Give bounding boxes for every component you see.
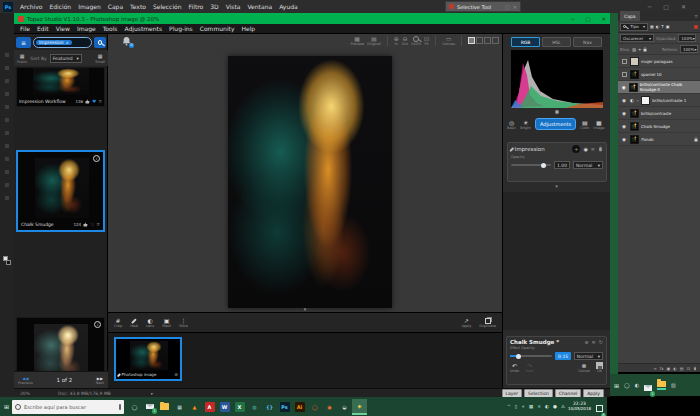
- apply-button[interactable]: ↗Apply: [461, 317, 471, 328]
- lock-transparency-icon[interactable]: ▨: [632, 47, 636, 52]
- tray-icon[interactable]: ◐: [545, 404, 549, 409]
- delete-layer-icon[interactable]: [693, 366, 697, 371]
- filter-adjustment-icon[interactable]: ◐: [656, 24, 660, 29]
- new-adjustment-icon[interactable]: ◐: [673, 366, 677, 371]
- menu-community[interactable]: Community: [200, 25, 235, 32]
- tray-icon[interactable]: ▦: [529, 404, 533, 409]
- tab-capa[interactable]: Capa: [620, 11, 640, 21]
- taskbar-app-cortana[interactable]: ◯: [127, 399, 142, 415]
- more-tools-button[interactable]: ⋮More: [179, 317, 188, 328]
- menu-archivo[interactable]: Archivo: [20, 3, 42, 10]
- menu-seleccion[interactable]: Selección: [153, 3, 182, 10]
- add-button[interactable]: +: [572, 145, 580, 153]
- close-icon[interactable]: ✕: [601, 16, 606, 22]
- lock-all-icon[interactable]: [643, 47, 647, 52]
- lens-tool-button[interactable]: ◐Lens: [146, 317, 154, 328]
- zoom-100-button[interactable]: 100%: [411, 36, 421, 46]
- tray-icon[interactable]: ●: [553, 404, 557, 409]
- ok-button[interactable]: OK: [596, 362, 603, 373]
- menu-help[interactable]: Help: [241, 25, 255, 32]
- filter-shape-icon[interactable]: ▣: [666, 24, 670, 29]
- tool-icon[interactable]: [5, 53, 9, 203]
- new-layer-icon[interactable]: ⊡: [687, 366, 690, 371]
- preset-menu-icon[interactable]: ≡: [98, 99, 102, 104]
- undo-button[interactable]: ↶Undo: [510, 362, 519, 373]
- effect-opacity-slider[interactable]: [510, 355, 552, 357]
- selective-tool-panel[interactable]: Selective Tool ▢ ✕: [445, 1, 521, 12]
- expand-chevron[interactable]: ▾: [555, 183, 558, 189]
- background-color-swatch[interactable]: [6, 260, 11, 265]
- tray-icon[interactable]: +: [521, 404, 525, 409]
- histogram-slider-handle[interactable]: [555, 110, 559, 114]
- restore-icon[interactable]: ▢: [663, 3, 669, 10]
- filter-text-icon[interactable]: T: [661, 24, 663, 29]
- taskbar-app-mail[interactable]: 1: [142, 399, 157, 415]
- gear-icon[interactable]: ⊛: [584, 339, 588, 345]
- quad-view-button[interactable]: [492, 37, 499, 44]
- layer-row[interactable]: ◉ brillo/contraste: [618, 107, 700, 120]
- taskbar-app-illustrator[interactable]: Ai: [292, 399, 307, 415]
- menu-3d[interactable]: 3D: [210, 3, 218, 10]
- layer-row-selected[interactable]: ◉ brillo/contraste Chalk Smudge II: [618, 81, 700, 94]
- menu-tools[interactable]: Tools: [103, 25, 118, 32]
- redo-button[interactable]: ↷Redo: [525, 362, 534, 373]
- bright-button[interactable]: ☀Bright: [520, 119, 531, 130]
- image-button[interactable]: ▦Image: [593, 119, 604, 130]
- search-button[interactable]: [94, 37, 106, 48]
- tray-icon[interactable]: ⚠: [561, 404, 565, 409]
- favorite-icon[interactable]: ♥: [92, 99, 96, 104]
- menu-plugins[interactable]: Plug-ins: [169, 25, 193, 32]
- link-layers-icon[interactable]: ∞: [653, 366, 656, 371]
- taskbar-app-firefox[interactable]: ◉: [322, 399, 337, 415]
- visibility-eye-icon[interactable]: ◉: [622, 98, 626, 103]
- menu-vista[interactable]: Vista: [226, 3, 241, 10]
- tray-expand-icon[interactable]: ^: [507, 404, 511, 409]
- taskbar-app-excel[interactable]: X: [232, 399, 247, 415]
- fit-screen-button[interactable]: ⊡Fit: [424, 35, 429, 46]
- visibility-checkbox-empty[interactable]: [622, 72, 627, 77]
- fill-select[interactable]: 100%▾: [680, 45, 698, 53]
- layer-row[interactable]: spaniel 10: [618, 68, 700, 81]
- slider-knob[interactable]: [541, 163, 546, 168]
- side-by-side-view-button[interactable]: [484, 37, 491, 44]
- menu-file[interactable]: File: [20, 25, 30, 32]
- single-view-button[interactable]: [468, 37, 475, 44]
- taskbar-app-word[interactable]: W: [217, 399, 232, 415]
- preset-menu-icon[interactable]: ≡: [96, 222, 100, 227]
- layer-row[interactable]: ◉ Fondo: [618, 133, 700, 146]
- mask-tool-button[interactable]: ▣Mask: [162, 317, 171, 328]
- tab-rgb[interactable]: RGB: [511, 37, 540, 47]
- taskbar-app-vlc[interactable]: ▲: [187, 399, 202, 415]
- visibility-eye-icon[interactable]: ◉: [622, 111, 626, 116]
- split-view-button[interactable]: [476, 37, 483, 44]
- layer-thumbnail[interactable]: [630, 135, 639, 144]
- thumbnail-size-button[interactable]: ▦ Small: [95, 53, 105, 64]
- tab-hsl[interactable]: HSL: [542, 37, 571, 47]
- layer-row[interactable]: ◉ Chalk Smudge: [618, 120, 700, 133]
- previous-page-button[interactable]: ◀◀ Previous: [18, 376, 33, 385]
- filter-toggle-icon[interactable]: [694, 25, 698, 29]
- tray-icon[interactable]: ▯: [515, 404, 517, 409]
- taskbar-app-file-explorer[interactable]: [157, 399, 172, 415]
- tab-nav[interactable]: Nav: [573, 37, 602, 47]
- reset-icon[interactable]: ↻: [599, 339, 603, 345]
- tag-remove-icon[interactable]: ✕: [66, 41, 69, 45]
- impression-adjustment[interactable]: Impression + ◉ ≡ Opacity 1.00 Normal▾: [507, 142, 607, 182]
- layer-thumbnail[interactable]: [629, 83, 637, 92]
- visibility-eye-icon[interactable]: ◉: [622, 124, 626, 129]
- zoom-out-button[interactable]: ⊖Out: [402, 35, 408, 46]
- search-tag[interactable]: Impression✕: [36, 40, 72, 45]
- taskbar-app-browser[interactable]: ◍: [247, 399, 262, 415]
- new-group-icon[interactable]: ▤: [680, 366, 684, 371]
- zoom-level[interactable]: 20%: [20, 391, 30, 396]
- canvas-button[interactable]: ▭Canvas: [442, 35, 455, 46]
- duplicate-button[interactable]: Duplicate: [479, 318, 496, 328]
- thumbs-up-icon[interactable]: [85, 99, 90, 104]
- menu-ventana[interactable]: Ventana: [247, 3, 272, 10]
- maximize-icon[interactable]: ▢: [585, 16, 590, 22]
- visibility-eye-icon[interactable]: ◉: [583, 146, 587, 152]
- blend-mode-select[interactable]: Normal▾: [573, 161, 603, 169]
- menu-filtro[interactable]: Filtro: [189, 3, 204, 10]
- filter-type-select[interactable]: Tipo▾: [620, 23, 648, 31]
- filter-pixel-icon[interactable]: ▦: [650, 24, 654, 29]
